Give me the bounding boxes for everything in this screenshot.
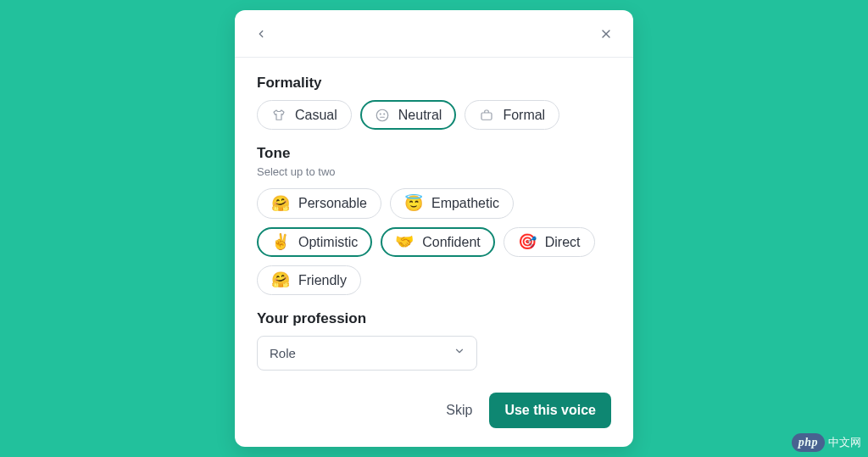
back-button[interactable] bbox=[253, 26, 269, 44]
chip-label: Casual bbox=[295, 107, 337, 123]
svg-rect-6 bbox=[481, 113, 492, 120]
chip-label: Personable bbox=[298, 195, 367, 211]
profession-title: Your profession bbox=[257, 310, 611, 327]
svg-point-4 bbox=[384, 114, 385, 114]
profession-select[interactable]: Role bbox=[257, 336, 477, 371]
tone-chip-friendly[interactable]: 🤗 Friendly bbox=[257, 265, 361, 295]
chip-label: Friendly bbox=[298, 272, 347, 288]
formality-title: Formality bbox=[257, 75, 611, 92]
close-icon bbox=[599, 27, 613, 43]
modal-body: Formality Casual Neutral bbox=[235, 58, 633, 386]
chip-label: Confident bbox=[422, 234, 481, 250]
skip-button[interactable]: Skip bbox=[446, 403, 472, 418]
tone-chip-optimistic[interactable]: ✌️ Optimistic bbox=[257, 227, 372, 257]
watermark: php 中文网 bbox=[792, 433, 861, 452]
tshirt-icon bbox=[271, 108, 287, 123]
svg-point-2 bbox=[376, 109, 388, 121]
tone-subtitle: Select up to two bbox=[257, 165, 611, 178]
voice-settings-modal: Formality Casual Neutral bbox=[235, 10, 633, 447]
tone-chip-empathetic[interactable]: 😇 Empathetic bbox=[390, 188, 514, 218]
php-badge: php bbox=[792, 433, 825, 452]
handshake-icon: 🤝 bbox=[395, 234, 414, 249]
formality-options: Casual Neutral Formal bbox=[257, 100, 611, 130]
formality-chip-casual[interactable]: Casual bbox=[257, 100, 352, 130]
neutral-face-icon bbox=[375, 108, 390, 123]
chip-label: Formal bbox=[503, 107, 545, 123]
chip-label: Optimistic bbox=[298, 234, 358, 250]
chip-label: Neutral bbox=[398, 107, 442, 123]
tone-chip-direct[interactable]: 🎯 Direct bbox=[504, 227, 595, 257]
chip-label: Direct bbox=[545, 234, 581, 250]
briefcase-icon bbox=[479, 108, 494, 123]
halo-icon: 😇 bbox=[404, 196, 423, 211]
chip-label: Empathetic bbox=[431, 195, 499, 211]
close-button[interactable] bbox=[598, 25, 615, 45]
chevron-left-icon bbox=[255, 28, 267, 42]
tone-chip-confident[interactable]: 🤝 Confident bbox=[381, 227, 495, 257]
victory-icon: ✌️ bbox=[271, 234, 290, 249]
modal-header bbox=[235, 10, 633, 57]
watermark-text: 中文网 bbox=[828, 435, 861, 450]
hug-icon: 🤗 bbox=[271, 196, 290, 211]
profession-select-wrap: Role bbox=[257, 336, 477, 371]
formality-chip-neutral[interactable]: Neutral bbox=[360, 100, 457, 130]
tone-options: 🤗 Personable 😇 Empathetic ✌️ Optimistic … bbox=[257, 188, 611, 295]
tone-title: Tone bbox=[257, 145, 611, 162]
tone-section: Tone Select up to two 🤗 Personable 😇 Emp… bbox=[257, 145, 611, 295]
tone-chip-personable[interactable]: 🤗 Personable bbox=[257, 188, 381, 218]
svg-point-3 bbox=[380, 114, 381, 114]
modal-footer: Skip Use this voice bbox=[235, 386, 633, 447]
hug-icon: 🤗 bbox=[271, 272, 290, 287]
formality-chip-formal[interactable]: Formal bbox=[465, 100, 559, 130]
use-voice-button[interactable]: Use this voice bbox=[489, 393, 611, 428]
formality-section: Formality Casual Neutral bbox=[257, 75, 611, 130]
target-icon: 🎯 bbox=[518, 234, 537, 249]
profession-section: Your profession Role bbox=[257, 310, 611, 371]
profession-placeholder: Role bbox=[270, 346, 296, 360]
